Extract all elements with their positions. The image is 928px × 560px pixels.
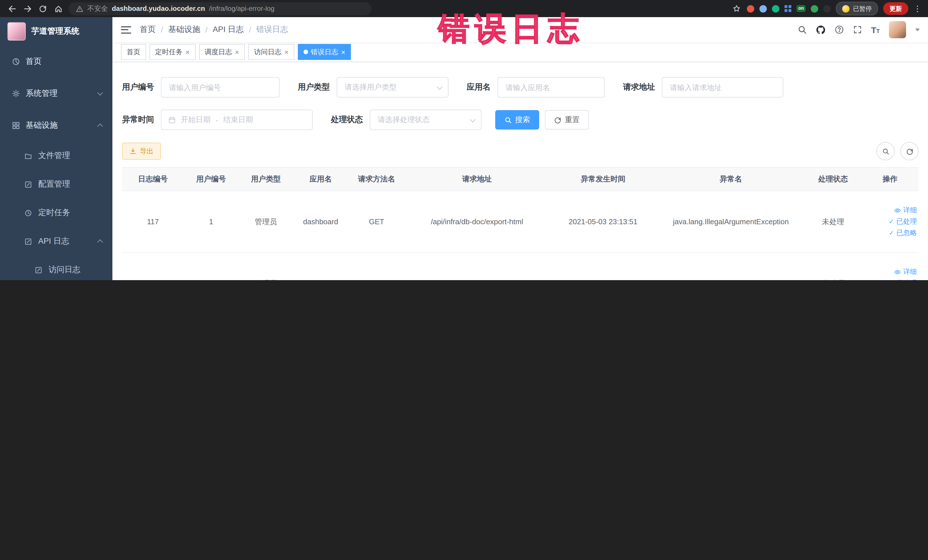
user-type-label: 用户类型 [298,82,330,92]
cell-log-id: 117 [122,191,184,252]
close-icon[interactable]: × [284,48,288,56]
close-icon[interactable]: × [185,48,190,56]
breadcrumb-api-log[interactable]: API 日志 [213,24,244,35]
avatar-caret-icon[interactable] [915,28,920,31]
col-actions: 操作 [862,168,919,191]
app-name-input[interactable] [498,77,605,98]
help-icon[interactable] [835,25,844,34]
sidebar-item-scheduled-tasks[interactable]: 定时任务 [0,198,112,227]
close-icon[interactable]: × [235,48,239,56]
browser-toolbar: 不安全 dashboard.yudao.iocoder.cn/infra/log… [0,0,928,17]
tab-error-log[interactable]: 错误日志× [298,44,351,60]
request-url-label: 请求地址 [623,82,655,92]
extension-icon-grid[interactable] [785,5,791,12]
not-secure-warning-icon [76,5,83,12]
chrome-menu-icon[interactable]: ⋮ [913,4,922,13]
detail-link[interactable]: 详细 [894,267,917,277]
extension-icon-green[interactable] [772,5,779,12]
col-app-name: 应用名 [293,168,348,191]
screen: 不安全 dashboard.yudao.iocoder.cn/infra/log… [0,0,928,280]
extension-icon-plant[interactable] [811,5,818,12]
detail-link[interactable]: 详细 [894,205,917,215]
cell-request-url: /api/infra/db-doc/export-html [405,191,549,252]
sidebar-item-access-log[interactable]: 访问日志 [0,256,112,280]
sidebar-toggle-icon[interactable] [121,26,131,34]
cell-process-status: 未处理 [804,191,862,252]
navbar-right-cluster: TT [797,21,920,38]
close-icon[interactable]: × [341,48,345,56]
chrome-home-icon[interactable] [53,3,63,14]
sidebar-item-api-log[interactable]: API 日志 [0,227,112,256]
col-process-status: 处理状态 [804,168,862,191]
sidebar: 芋道管理系统 首页 系统管理 基础设施 文件管理 [0,17,112,280]
chevron-up-icon [97,124,103,129]
export-button[interactable]: 导出 [122,143,161,160]
error-log-table: 日志编号 用户编号 用户类型 应用名 请求方法名 请求地址 异常发生时间 异常名… [112,160,928,280]
process-status-select[interactable]: 请选择处理状态 [370,110,482,130]
log-edit-icon [24,237,32,246]
breadcrumb: 首页 / 基础设施 / API 日志 / 错误日志 [140,24,288,35]
forward-icon[interactable] [22,3,32,14]
exception-time-range-picker[interactable]: 开始日期 - 结束日期 [161,110,313,130]
check-icon: ✓ [889,218,894,225]
paused-badge[interactable]: 已暂停 [836,2,878,15]
request-url-input[interactable] [662,77,783,98]
extension-icon-paw[interactable] [823,5,831,12]
sidebar-item-file-management[interactable]: 文件管理 [0,142,112,170]
breadcrumb-error-log: 错误日志 [256,24,288,35]
security-label: 不安全 [87,4,108,14]
extension-on-badge[interactable]: on [797,5,806,12]
sidebar-item-home[interactable]: 首页 [0,46,112,78]
check-icon: ✓ [889,230,894,236]
mark-processed-link[interactable]: ✓已处理 [889,217,917,226]
toggle-search-button[interactable] [876,142,894,160]
calendar-icon [168,116,176,124]
extension-icon-blue[interactable] [759,5,767,12]
search-button[interactable]: 搜索 [495,110,539,130]
cell-process-status: 未处理 [804,252,862,280]
cell-exception-name: java.lang.IllegalArgumentException [657,191,804,252]
tab-home[interactable]: 首页 [121,44,146,60]
cell-exception-time: 2021-05-03 12:02:31 [549,252,657,280]
table-header-row: 日志编号 用户编号 用户类型 应用名 请求方法名 请求地址 异常发生时间 异常名… [122,168,919,191]
fullscreen-icon[interactable] [853,25,862,34]
reload-icon[interactable] [38,3,48,14]
extension-icon-red[interactable] [747,5,754,12]
refresh-button[interactable] [901,142,919,160]
cell-user-type: 管理员 [238,252,293,280]
sidebar-item-system-management[interactable]: 系统管理 [0,78,112,110]
cell-exception-time: 2021-05-03 23:13:51 [549,191,657,252]
search-icon[interactable] [797,25,806,34]
url-host: dashboard.yudao.iocoder.cn [112,5,205,12]
end-date-placeholder: 结束日期 [223,115,253,125]
user-type-select[interactable]: 请选择用户类型 [337,77,449,98]
mark-processed-link[interactable]: ✓已处理 [889,278,917,280]
cell-user-id: 1 [184,252,238,280]
mark-ignored-link[interactable]: ✓已忽略 [889,228,917,238]
tab-access-log[interactable]: 访问日志× [248,44,294,60]
sidebar-item-infrastructure[interactable]: 基础设施 [0,110,112,142]
url-path: /infra/log/api-error-log [209,5,275,12]
table-row: 116 1 管理员 dashboard GET /api/infra/db-do… [122,252,919,280]
sidebar-item-config-management[interactable]: 配置管理 [0,170,112,198]
breadcrumb-home[interactable]: 首页 [140,24,156,35]
user-id-input[interactable] [161,77,279,98]
github-icon[interactable] [816,25,825,35]
col-user-type: 用户类型 [238,168,293,191]
edit-icon [24,180,32,189]
emoji-icon [842,5,850,12]
address-bar[interactable]: 不安全 dashboard.yudao.iocoder.cn/infra/log… [69,2,371,15]
update-button[interactable]: 更新 [883,2,908,15]
tab-scheduled-tasks[interactable]: 定时任务× [150,44,195,60]
col-user-id: 用户编号 [184,168,238,191]
bookmark-star-icon[interactable] [731,3,742,14]
reset-button[interactable]: 重置 [545,110,589,130]
tab-schedule-log[interactable]: 调度日志× [199,44,245,60]
back-icon[interactable] [7,3,17,14]
table-toolbar: 导出 [112,142,928,160]
app-logo[interactable]: 芋道管理系统 [0,17,112,46]
breadcrumb-infrastructure[interactable]: 基础设施 [168,24,200,35]
user-avatar[interactable] [889,21,906,38]
font-size-icon[interactable]: TT [871,25,880,34]
cell-request-url: /api/infra/db-doc/export-html [405,252,549,280]
